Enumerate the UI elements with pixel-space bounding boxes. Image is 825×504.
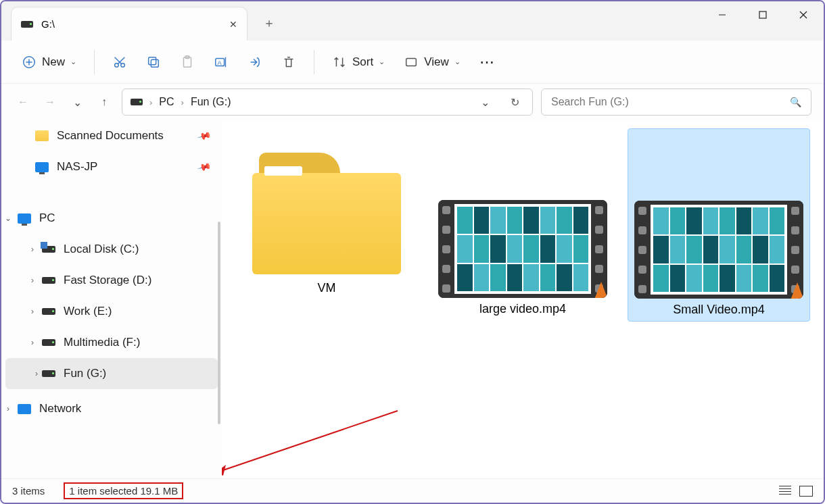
chevron-right-icon: › — [181, 97, 184, 107]
breadcrumb-item[interactable]: PC — [159, 96, 174, 108]
svg-rect-11 — [151, 59, 158, 67]
toolbar: New ⌄ A Sort ⌄ View ⌄ ⋯ — [1, 41, 824, 84]
file-label: Small Video.mp4 — [632, 303, 805, 317]
minimize-button[interactable] — [702, 1, 742, 28]
file-item-folder[interactable]: VM — [235, 128, 418, 299]
svg-line-10 — [115, 57, 122, 64]
folder-icon — [252, 153, 401, 274]
file-item-video[interactable]: large video.mp4 — [431, 128, 614, 320]
file-item-video-selected[interactable]: Small Video.mp4 — [628, 128, 810, 322]
sidebar-item-drive-d[interactable]: › Fast Storage (D:) — [1, 265, 222, 296]
svg-rect-12 — [149, 57, 156, 64]
selection-status: 1 item selected 19.1 MB — [64, 482, 183, 499]
search-icon[interactable]: 🔍 — [790, 97, 801, 107]
share-button[interactable] — [241, 49, 269, 76]
chevron-right-icon[interactable]: › — [26, 245, 39, 254]
chevron-right-icon[interactable]: › — [26, 338, 39, 347]
svg-line-9 — [118, 57, 124, 64]
maximize-button[interactable] — [742, 1, 783, 28]
svg-text:A: A — [218, 59, 222, 66]
new-button[interactable]: New ⌄ — [15, 49, 83, 76]
address-bar[interactable]: › PC › Fun (G:) ⌄ ↻ — [122, 89, 533, 116]
pin-icon: 📌 — [196, 128, 212, 143]
disk-icon — [42, 370, 55, 377]
sort-icon — [332, 55, 347, 70]
chevron-down-icon: ⌄ — [454, 57, 461, 66]
sidebar-label: Scanned Documents — [57, 129, 164, 143]
vlc-cone-icon — [591, 278, 607, 298]
sidebar-label: Fun (G:) — [64, 367, 106, 380]
vlc-cone-icon — [787, 278, 803, 299]
search-input[interactable] — [551, 96, 790, 108]
chevron-right-icon[interactable]: › — [30, 369, 43, 378]
item-count: 3 items — [12, 485, 45, 497]
sidebar-item-drive-f[interactable]: › Multimedia (F:) — [1, 327, 222, 358]
back-button[interactable]: ← — [14, 93, 32, 111]
icons-view-button[interactable] — [799, 486, 813, 497]
disk-icon — [42, 308, 55, 315]
rename-icon: A — [214, 55, 229, 70]
sort-button[interactable]: Sort ⌄ — [325, 49, 392, 76]
sidebar-item-nasjp[interactable]: NAS-JP 📌 — [1, 151, 222, 182]
sort-label: Sort — [352, 55, 373, 69]
chevron-right-icon[interactable]: › — [26, 307, 39, 316]
view-toggle — [779, 486, 813, 497]
recent-button[interactable]: ⌄ — [68, 93, 87, 111]
sidebar-label: Local Disk (C:) — [64, 243, 139, 256]
cut-button[interactable] — [105, 49, 134, 76]
close-window-button[interactable] — [783, 1, 824, 28]
file-pane[interactable]: VM large video.mp4 Small Video.mp4 — [222, 120, 824, 478]
file-label: large video.mp4 — [435, 302, 610, 316]
disk-icon — [42, 246, 55, 253]
more-button[interactable]: ⋯ — [473, 49, 502, 76]
monitor-icon — [35, 162, 49, 172]
rename-button[interactable]: A — [207, 49, 235, 76]
sidebar-item-drive-g[interactable]: › Fun (G:) — [5, 358, 218, 389]
scissors-icon — [112, 55, 127, 70]
sidebar-item-scanned-documents[interactable]: Scanned Documents 📌 — [1, 120, 222, 151]
forward-button[interactable]: → — [41, 93, 60, 111]
close-tab-icon[interactable]: ✕ — [229, 19, 237, 30]
chevron-down-icon[interactable]: ⌄ — [1, 213, 15, 223]
new-label: New — [42, 55, 65, 69]
delete-button[interactable] — [275, 49, 303, 76]
sidebar-label: Network — [39, 402, 81, 415]
view-button[interactable]: View ⌄ — [397, 49, 467, 76]
up-button[interactable]: ↑ — [95, 93, 114, 111]
folder-icon — [35, 130, 49, 141]
sidebar-label: Fast Storage (D:) — [64, 274, 151, 287]
sidebar-item-network[interactable]: › Network — [1, 393, 222, 424]
trash-icon — [281, 55, 296, 70]
sidebar-label: Work (E:) — [64, 305, 112, 318]
scrollbar-thumb[interactable] — [218, 222, 220, 424]
search-box[interactable]: 🔍 — [541, 89, 811, 116]
tab-title: G:\ — [41, 18, 55, 30]
chevron-down-icon: ⌄ — [70, 57, 76, 66]
window-controls — [702, 1, 824, 28]
sidebar-item-drive-c[interactable]: › Local Disk (C:) — [1, 234, 222, 265]
sidebar-item-pc[interactable]: ⌄ PC — [1, 203, 222, 234]
view-icon — [404, 55, 419, 70]
svg-marker-20 — [222, 465, 226, 476]
chevron-right-icon[interactable]: › — [26, 276, 39, 285]
share-icon — [248, 55, 262, 70]
copy-button[interactable] — [139, 49, 168, 76]
new-tab-button[interactable]: ＋ — [256, 9, 283, 36]
address-dropdown-icon[interactable]: ⌄ — [475, 93, 494, 111]
breadcrumb-item[interactable]: Fun (G:) — [191, 96, 231, 108]
paste-button[interactable] — [173, 49, 202, 76]
sidebar-label: NAS-JP — [57, 160, 97, 174]
chevron-down-icon: ⌄ — [379, 57, 385, 66]
sidebar-item-drive-e[interactable]: › Work (E:) — [1, 296, 222, 327]
chevron-right-icon[interactable]: › — [1, 404, 15, 413]
paste-icon — [180, 55, 195, 70]
window-tab[interactable]: G:\ ✕ — [11, 7, 248, 41]
video-thumb-icon — [438, 200, 607, 298]
refresh-button[interactable]: ↻ — [505, 93, 524, 111]
details-view-button[interactable] — [779, 486, 791, 497]
svg-rect-18 — [406, 58, 417, 66]
plus-circle-icon — [22, 55, 37, 70]
sidebar: Scanned Documents 📌 NAS-JP 📌 ⌄ PC › Loca… — [1, 120, 222, 478]
video-thumb-icon — [634, 201, 803, 299]
svg-rect-1 — [759, 11, 766, 18]
